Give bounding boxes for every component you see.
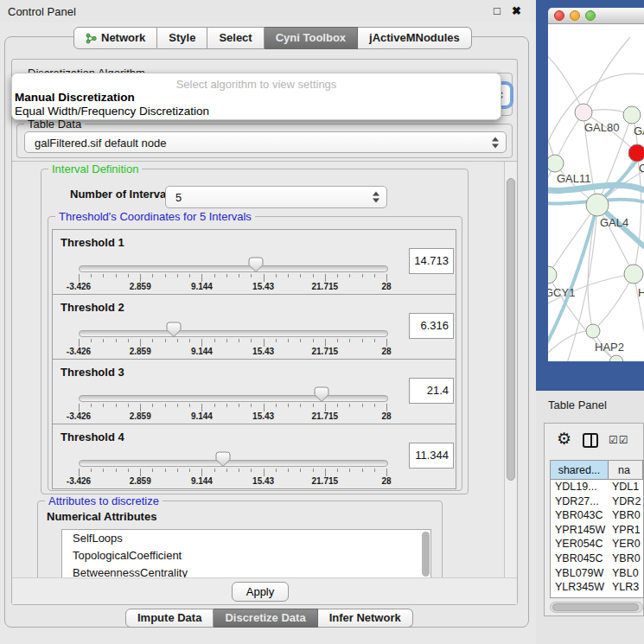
cell-shared-name[interactable]: YIL052C [551, 595, 609, 598]
cell-shared-name[interactable]: YBR043C [551, 508, 609, 523]
table-horizontal-scrollbar[interactable] [550, 602, 643, 613]
network-view-canvas[interactable]: GAL80GACGAL11GAL4GCY1HHAP2 [548, 24, 644, 361]
algorithm-dropdown-popup: Select algorithm to view settings Manual… [11, 73, 501, 120]
threshold-value-field[interactable]: 21.4 [409, 378, 454, 404]
network-node-GAL4[interactable] [586, 194, 609, 216]
table-data-combobox[interactable]: galFiltered.sif default node [24, 131, 507, 153]
slider-thumb[interactable] [215, 451, 231, 468]
network-node-GAL11[interactable] [548, 155, 564, 172]
table-row[interactable]: YBL079WYBL0 [551, 566, 643, 581]
table-row[interactable]: YPR145WYPR1 [551, 523, 643, 538]
tab-cyni-toolbox[interactable]: Cyni Toolbox [265, 27, 358, 49]
node-label: H [638, 286, 644, 299]
algorithm-option[interactable]: Equal Width/Frequency Discretization [15, 105, 209, 118]
tick-label: 15.43 [239, 282, 288, 291]
tab-select[interactable]: Select [207, 27, 264, 49]
column-header[interactable]: shared... [551, 461, 609, 480]
apply-button[interactable]: Apply [232, 582, 289, 602]
close-panel-icon[interactable]: ✖ [512, 4, 521, 17]
slider-track[interactable] [79, 460, 388, 467]
close-traffic-light[interactable] [554, 10, 564, 21]
intervals-combobox[interactable]: 5 [165, 186, 387, 208]
cell-shared-name[interactable]: YDL19... [551, 480, 609, 494]
cell-name[interactable]: YLR3 [609, 580, 643, 595]
gear-icon[interactable]: ⚙ [557, 429, 571, 449]
cell-name[interactable]: YIL0 [609, 595, 643, 598]
cell-name[interactable]: YDR2 [609, 494, 643, 509]
threshold-row: Threshold 2-3.4262.8599.14415.4321.71528… [52, 294, 456, 360]
split-view-icon[interactable] [583, 433, 598, 448]
network-window-titlebar[interactable] [548, 8, 644, 24]
threshold-value-field[interactable]: 6.316 [409, 313, 454, 339]
table-row[interactable]: YDL19...YDL1 [551, 480, 643, 494]
attributes-list[interactable]: SelfLoopsTopologicalCoefficientBetweenne… [61, 529, 431, 577]
network-node-GAL-right[interactable] [623, 106, 641, 124]
cell-name[interactable]: YBR0 [609, 552, 643, 566]
tick-label: 15.43 [239, 347, 288, 356]
scrollbar-thumb[interactable] [507, 178, 515, 481]
table-row[interactable]: YIL052CYIL0 [551, 595, 643, 598]
cell-shared-name[interactable]: YBL079W [551, 566, 609, 581]
threshold-value-field[interactable]: 11.344 [409, 443, 454, 469]
tab-impute-data[interactable]: Impute Data [125, 609, 214, 628]
select-columns-icon[interactable]: ☑☑ [609, 434, 629, 446]
network-node-red-node[interactable] [628, 144, 644, 162]
scrollbar-thumb[interactable] [552, 603, 639, 611]
cell-shared-name[interactable]: YER054C [551, 537, 609, 552]
slider-thumb[interactable] [248, 257, 264, 273]
network-node-H-node[interactable] [624, 265, 643, 284]
algorithm-option[interactable]: Manual Discretization [15, 91, 135, 104]
table-row[interactable]: YER054CYER0 [551, 537, 643, 552]
tick-label: 2.859 [116, 411, 164, 421]
table-row[interactable]: YLR345WYLR3 [551, 580, 643, 595]
table-row[interactable]: YBR043CYBR0 [551, 508, 643, 523]
cell-shared-name[interactable]: YPR145W [551, 523, 609, 538]
tab-infer-network[interactable]: Infer Network [318, 609, 413, 628]
slider-track[interactable] [79, 330, 388, 337]
network-node-GAL80[interactable] [575, 104, 592, 121]
network-node-bottom-node[interactable] [609, 355, 623, 361]
column-header[interactable]: na [609, 461, 643, 480]
attribute-list-item[interactable]: SelfLoops [62, 530, 430, 547]
list-scrollbar[interactable] [422, 532, 430, 577]
minimize-traffic-light[interactable] [570, 10, 580, 21]
cell-name[interactable]: YPR1 [609, 523, 643, 538]
slider-thumb[interactable] [314, 386, 329, 403]
tab-network[interactable]: Network [73, 27, 157, 49]
cell-name[interactable]: YBL0 [609, 566, 643, 581]
tab-label: jActiveMNodules [369, 28, 460, 48]
cell-shared-name[interactable]: YLR345W [551, 580, 609, 595]
tab-jactivemnodules[interactable]: jActiveMNodules [358, 27, 472, 49]
network-edge[interactable] [548, 50, 583, 112]
node-label: GAL4 [600, 216, 628, 229]
float-window-icon[interactable]: □ [494, 4, 501, 17]
cell-name[interactable]: YER0 [609, 537, 643, 552]
cell-name[interactable]: YDL1 [609, 480, 643, 494]
network-edge[interactable] [597, 205, 634, 274]
network-edge[interactable] [548, 331, 593, 361]
network-edge[interactable] [593, 274, 634, 331]
table-row[interactable]: YDR27...YDR2 [551, 494, 643, 509]
attribute-list-item[interactable]: BetweennessCentrality [62, 564, 430, 577]
settings-scrollbar[interactable] [504, 162, 517, 577]
network-edge-highlighted[interactable] [548, 185, 644, 190]
network-node-GCY1[interactable] [548, 266, 557, 284]
zoom-traffic-light[interactable] [585, 10, 596, 21]
slider-thumb[interactable] [166, 322, 182, 338]
slider-track[interactable] [79, 395, 388, 402]
cell-shared-name[interactable]: YBR045C [551, 552, 609, 566]
tick-label: 21.715 [301, 282, 349, 291]
cell-shared-name[interactable]: YDR27... [551, 494, 609, 509]
apply-row: Apply [12, 577, 517, 604]
tick-label: 2.859 [116, 476, 164, 486]
table-row[interactable]: YBR045CYBR0 [551, 552, 643, 566]
threshold-value-field[interactable]: 14.713 [409, 248, 454, 274]
attribute-list-item[interactable]: TopologicalCoefficient [62, 547, 430, 564]
tab-style[interactable]: Style [157, 27, 207, 49]
slider-track[interactable] [79, 265, 388, 272]
network-node-HAP2[interactable] [586, 324, 600, 338]
network-edge[interactable] [548, 205, 597, 275]
cell-name[interactable]: YBR0 [609, 508, 643, 523]
attributes-group: Attributes to discretize Numerical Attri… [37, 501, 443, 577]
tab-discretize-data[interactable]: Discretize Data [214, 609, 317, 628]
